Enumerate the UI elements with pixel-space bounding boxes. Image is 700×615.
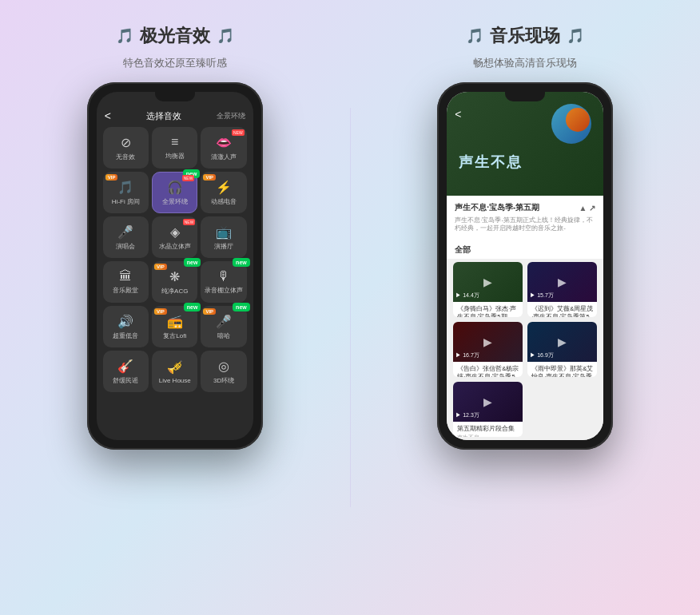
effect-name-1: 均衡器 xyxy=(165,152,185,161)
effect-name-15: 舒缓民谣 xyxy=(113,376,138,385)
hero-logo xyxy=(551,104,591,144)
effect-name-4: 全景环绕 xyxy=(162,197,188,206)
effect-icon-5: ⚡ xyxy=(216,180,232,195)
music-hero: < 声生不息 xyxy=(447,92,603,196)
left-phone-mockup: < 选择音效 全景环绕 ⊘无音效≡均衡器NEW👄清澈人声VIP🎵Hi-Fi 房间… xyxy=(87,82,263,450)
video-count-3: ▶ 16.9万 xyxy=(530,351,554,359)
right-panel: 🎵 音乐现场 🎵 畅想体验高清音乐现场 < 声生不息 xyxy=(367,24,685,450)
effect-item-5[interactable]: VIP⚡动感电音 xyxy=(201,172,246,213)
right-title: 🎵 音乐现场 🎵 xyxy=(466,24,584,48)
effect-item-14[interactable]: VIPnew🎤嘻哈 xyxy=(201,306,246,347)
effect-icon-11: 🎙 xyxy=(217,269,230,284)
effects-current: 全景环绕 xyxy=(217,111,245,121)
effect-name-7: 水晶立体声 xyxy=(159,242,191,251)
video-count-2: ▶ 16.7万 xyxy=(455,351,479,359)
effect-icon-16: 🎺 xyxy=(167,359,183,375)
left-phone-notch xyxy=(155,92,195,101)
effect-item-13[interactable]: VIPnew📻复古Lofi xyxy=(152,306,197,347)
section-title: 全部 xyxy=(447,240,603,259)
left-title-icon-left: 🎵 xyxy=(116,27,133,45)
panel-divider xyxy=(350,108,351,507)
share-icon[interactable]: ▲ ↗ xyxy=(579,204,596,212)
effect-icon-14: 🎤 xyxy=(216,314,232,329)
effect-icon-10: ❋ xyxy=(169,269,180,284)
effect-name-11: 录音棚立体声 xyxy=(205,286,243,295)
video-count-0: ▶ 14.4万 xyxy=(455,292,479,300)
effect-name-9: 音乐殿堂 xyxy=(113,286,138,295)
effect-icon-9: 🏛 xyxy=(119,269,132,284)
music-grid: ▶▶ 14.4万《身骑白马》张杰·声生不息·宝岛季5期张杰▶▶ 15.7万《迟到… xyxy=(447,259,603,440)
hero-text: 声生不息 xyxy=(459,153,523,172)
music-back-btn[interactable]: < xyxy=(455,108,461,121)
effect-icon-8: 📺 xyxy=(216,224,232,240)
right-phone-notch xyxy=(505,92,545,101)
effect-name-17: 3D环绕 xyxy=(213,376,234,385)
music-card-1[interactable]: ▶▶ 15.7万《迟到》艾薇&周星茂·声生不息·宝岛季第5期艾薇 | 周星茂 xyxy=(527,262,597,317)
music-screen: < 声生不息 声生不息·宝岛季-第五期 ▲ ↗ 声生不息·宝岛季-第五期正式上线… xyxy=(447,92,603,440)
video-title-4: 第五期精彩片段合集 xyxy=(457,425,519,433)
effects-title: 选择音效 xyxy=(146,110,181,122)
effect-name-8: 演播厅 xyxy=(214,242,233,251)
effect-item-9[interactable]: 🏛音乐殿堂 xyxy=(103,261,149,303)
effect-name-3: Hi-Fi 房间 xyxy=(112,197,140,206)
effect-item-8[interactable]: 📺演播厅 xyxy=(201,216,246,258)
effect-item-15[interactable]: 🎸舒缓民谣 xyxy=(103,351,149,392)
play-icon-3: ▶ xyxy=(558,335,567,348)
video-title-1: 《迟到》艾薇&周星茂·声生不息·宝岛季第5期 xyxy=(531,305,593,317)
effects-back[interactable]: < xyxy=(105,109,111,122)
effect-icon-4: 🎧 xyxy=(167,180,183,195)
effect-name-10: 纯净ACG xyxy=(161,287,188,296)
left-title-icon-right: 🎵 xyxy=(217,27,234,45)
effect-name-2: 清澈人声 xyxy=(211,153,237,161)
effect-icon-7: ◈ xyxy=(170,224,180,240)
effect-item-3[interactable]: VIP🎵Hi-Fi 房间 xyxy=(103,172,149,213)
effect-name-13: 复古Lofi xyxy=(163,331,186,340)
video-title-3: 《雨中即景》那英&艾怡良·声生不息·宝岛季第5期 xyxy=(531,365,593,377)
right-title-icon-left: 🎵 xyxy=(466,27,483,45)
left-title-text: 极光音效 xyxy=(140,24,210,48)
play-icon-4: ▶ xyxy=(483,395,492,408)
video-title-2: 《告白》张信哲&杨宗纬·声生不息·宝岛季5期 xyxy=(457,365,519,377)
effect-name-6: 演唱会 xyxy=(116,242,135,251)
video-title-0: 《身骑白马》张杰·声生不息·宝岛季5期 xyxy=(457,305,519,317)
effect-name-5: 动感电音 xyxy=(211,197,237,206)
effect-icon-1: ≡ xyxy=(171,135,178,149)
effect-item-1[interactable]: ≡均衡器 xyxy=(152,127,197,169)
effect-item-7[interactable]: NEW◈水晶立体声 xyxy=(152,216,197,258)
right-title-icon-right: 🎵 xyxy=(567,27,584,45)
music-card-3[interactable]: ▶▶ 16.9万《雨中即景》那英&艾怡良·声生不息·宝岛季第5期那英 | 艾怡良 xyxy=(527,322,597,377)
video-artist-4: 声生不息 xyxy=(457,434,519,437)
effect-item-2[interactable]: NEW👄清澈人声 xyxy=(201,127,246,169)
music-card-0[interactable]: ▶▶ 14.4万《身骑白马》张杰·声生不息·宝岛季5期张杰 xyxy=(453,262,523,317)
effect-icon-13: 📻 xyxy=(167,314,183,329)
hero-logo-inner xyxy=(566,108,590,132)
effect-name-14: 嘻哈 xyxy=(217,331,230,340)
effect-item-12[interactable]: 🔊超重低音 xyxy=(103,306,149,347)
effect-item-6[interactable]: 🎤演唱会 xyxy=(103,216,149,258)
right-title-text: 音乐现场 xyxy=(490,24,560,48)
effect-item-0[interactable]: ⊘无音效 xyxy=(103,127,149,169)
left-panel: 🎵 极光音效 🎵 特色音效还原至臻听感 < 选择音效 全景环绕 ⊘无音效≡均衡器… xyxy=(16,24,334,450)
effect-icon-3: 🎵 xyxy=(117,180,133,195)
effect-item-16[interactable]: 🎺Live House xyxy=(152,351,197,392)
effect-icon-0: ⊘ xyxy=(121,135,131,150)
right-subtitle: 畅想体验高清音乐现场 xyxy=(473,56,577,70)
effect-item-4[interactable]: newNEW🎧全景环绕 xyxy=(152,172,197,213)
effect-item-17[interactable]: ◎3D环绕 xyxy=(201,351,246,392)
left-subtitle: 特色音效还原至臻听感 xyxy=(123,56,227,70)
music-info: 声生不息·宝岛季-第五期 ▲ ↗ 声生不息·宝岛季-第五期正式上线！经典旋律，不… xyxy=(447,196,603,240)
effect-icon-12: 🔊 xyxy=(117,314,133,329)
music-card-2[interactable]: ▶▶ 16.7万《告白》张信哲&杨宗纬·声生不息·宝岛季5期张信哲 | 杨宗纬 xyxy=(453,322,523,377)
effects-screen: < 选择音效 全景环绕 ⊘无音效≡均衡器NEW👄清澈人声VIP🎵Hi-Fi 房间… xyxy=(97,92,253,440)
show-title-text: 声生不息·宝岛季-第五期 xyxy=(455,202,539,213)
effect-icon-15: 🎸 xyxy=(117,359,133,374)
show-description: 声生不息·宝岛季-第五期正式上线！经典旋律，不朽经典，一起开启跨越时空的音乐之旅… xyxy=(455,216,595,233)
effect-icon-2: 👄 xyxy=(216,135,232,150)
effect-item-11[interactable]: new🎙录音棚立体声 xyxy=(201,261,246,303)
music-card-4[interactable]: ▶▶ 12.3万第五期精彩片段合集声生不息 xyxy=(453,382,523,437)
left-title: 🎵 极光音效 🎵 xyxy=(116,24,234,48)
effect-item-10[interactable]: VIPnew❋纯净ACG xyxy=(152,261,197,303)
left-phone-screen: < 选择音效 全景环绕 ⊘无音效≡均衡器NEW👄清澈人声VIP🎵Hi-Fi 房间… xyxy=(97,92,253,440)
effects-header: < 选择音效 全景环绕 xyxy=(101,98,249,127)
effect-icon-17: ◎ xyxy=(218,359,229,374)
